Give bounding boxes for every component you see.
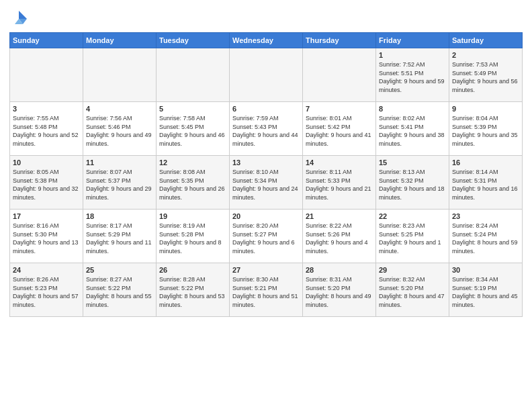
day-number: 24	[13, 266, 80, 274]
logo	[9, 9, 31, 28]
day-number: 30	[452, 266, 519, 274]
day-info: Sunrise: 8:27 AM Sunset: 5:22 PM Dayligh…	[86, 275, 153, 309]
day-number: 8	[379, 105, 446, 113]
day-info: Sunrise: 7:53 AM Sunset: 5:49 PM Dayligh…	[452, 60, 519, 94]
day-info: Sunrise: 7:52 AM Sunset: 5:51 PM Dayligh…	[379, 60, 446, 94]
col-header-saturday: Saturday	[449, 33, 523, 48]
day-info: Sunrise: 8:13 AM Sunset: 5:32 PM Dayligh…	[379, 168, 446, 201]
calendar-cell	[10, 48, 83, 102]
day-info: Sunrise: 8:28 AM Sunset: 5:22 PM Dayligh…	[159, 275, 226, 309]
day-info: Sunrise: 8:14 AM Sunset: 5:31 PM Dayligh…	[452, 168, 519, 201]
calendar-cell: 3Sunrise: 7:55 AM Sunset: 5:48 PM Daylig…	[10, 102, 83, 156]
day-number: 17	[13, 212, 80, 220]
day-info: Sunrise: 7:55 AM Sunset: 5:48 PM Dayligh…	[13, 114, 80, 148]
calendar-cell: 24Sunrise: 8:26 AM Sunset: 5:23 PM Dayli…	[10, 263, 83, 317]
day-info: Sunrise: 8:24 AM Sunset: 5:24 PM Dayligh…	[452, 222, 519, 255]
calendar-cell: 17Sunrise: 8:16 AM Sunset: 5:30 PM Dayli…	[10, 210, 83, 263]
logo-icon	[9, 9, 28, 28]
calendar-cell: 6Sunrise: 7:59 AM Sunset: 5:43 PM Daylig…	[230, 102, 303, 156]
calendar-cell: 21Sunrise: 8:22 AM Sunset: 5:26 PM Dayli…	[303, 210, 376, 263]
calendar-header: SundayMondayTuesdayWednesdayThursdayFrid…	[10, 33, 523, 48]
day-number: 20	[232, 212, 300, 220]
day-number: 22	[379, 212, 446, 220]
day-info: Sunrise: 7:59 AM Sunset: 5:43 PM Dayligh…	[232, 114, 300, 148]
day-info: Sunrise: 8:34 AM Sunset: 5:19 PM Dayligh…	[452, 275, 519, 309]
day-info: Sunrise: 8:07 AM Sunset: 5:37 PM Dayligh…	[86, 168, 153, 201]
day-info: Sunrise: 8:32 AM Sunset: 5:20 PM Dayligh…	[379, 275, 446, 309]
calendar-cell: 12Sunrise: 8:08 AM Sunset: 5:35 PM Dayli…	[157, 156, 230, 210]
col-header-wednesday: Wednesday	[230, 33, 303, 48]
calendar-table: SundayMondayTuesdayWednesdayThursdayFrid…	[9, 32, 523, 317]
calendar-cell: 13Sunrise: 8:10 AM Sunset: 5:34 PM Dayli…	[230, 156, 303, 210]
calendar-cell: 18Sunrise: 8:17 AM Sunset: 5:29 PM Dayli…	[83, 210, 157, 263]
day-number: 4	[86, 105, 153, 113]
day-info: Sunrise: 8:30 AM Sunset: 5:21 PM Dayligh…	[232, 275, 300, 309]
calendar-cell: 22Sunrise: 8:23 AM Sunset: 5:25 PM Dayli…	[376, 210, 449, 263]
calendar-cell: 1Sunrise: 7:52 AM Sunset: 5:51 PM Daylig…	[376, 48, 449, 102]
day-info: Sunrise: 8:17 AM Sunset: 5:29 PM Dayligh…	[86, 222, 153, 255]
day-info: Sunrise: 8:19 AM Sunset: 5:28 PM Dayligh…	[159, 222, 226, 255]
calendar-cell: 11Sunrise: 8:07 AM Sunset: 5:37 PM Dayli…	[83, 156, 157, 210]
day-number: 16	[452, 158, 519, 167]
day-number: 18	[86, 212, 153, 220]
day-info: Sunrise: 7:56 AM Sunset: 5:46 PM Dayligh…	[86, 114, 153, 148]
day-number: 28	[306, 266, 373, 274]
calendar-week-2: 10Sunrise: 8:05 AM Sunset: 5:38 PM Dayli…	[10, 156, 523, 210]
calendar-week-0: 1Sunrise: 7:52 AM Sunset: 5:51 PM Daylig…	[10, 48, 523, 102]
calendar-cell: 27Sunrise: 8:30 AM Sunset: 5:21 PM Dayli…	[230, 263, 303, 317]
calendar-cell	[303, 48, 376, 102]
calendar-cell: 5Sunrise: 7:58 AM Sunset: 5:45 PM Daylig…	[157, 102, 230, 156]
calendar-cell: 15Sunrise: 8:13 AM Sunset: 5:32 PM Dayli…	[376, 156, 449, 210]
calendar-week-1: 3Sunrise: 7:55 AM Sunset: 5:48 PM Daylig…	[10, 102, 523, 156]
day-number: 15	[379, 158, 446, 167]
day-number: 29	[379, 266, 446, 274]
day-number: 14	[306, 158, 373, 167]
calendar-cell: 23Sunrise: 8:24 AM Sunset: 5:24 PM Dayli…	[449, 210, 523, 263]
calendar-cell: 25Sunrise: 8:27 AM Sunset: 5:22 PM Dayli…	[83, 263, 157, 317]
day-number: 6	[232, 105, 300, 113]
calendar-cell: 19Sunrise: 8:19 AM Sunset: 5:28 PM Dayli…	[157, 210, 230, 263]
calendar-cell: 7Sunrise: 8:01 AM Sunset: 5:42 PM Daylig…	[303, 102, 376, 156]
page-container: SundayMondayTuesdayWednesdayThursdayFrid…	[0, 0, 532, 324]
calendar-cell: 10Sunrise: 8:05 AM Sunset: 5:38 PM Dayli…	[10, 156, 83, 210]
calendar-cell: 8Sunrise: 8:02 AM Sunset: 5:41 PM Daylig…	[376, 102, 449, 156]
day-number: 3	[13, 105, 80, 113]
day-number: 13	[232, 158, 300, 167]
day-info: Sunrise: 8:02 AM Sunset: 5:41 PM Dayligh…	[379, 114, 446, 148]
col-header-friday: Friday	[376, 33, 449, 48]
day-number: 2	[452, 51, 519, 59]
day-info: Sunrise: 8:08 AM Sunset: 5:35 PM Dayligh…	[159, 168, 226, 201]
calendar-week-3: 17Sunrise: 8:16 AM Sunset: 5:30 PM Dayli…	[10, 210, 523, 263]
col-header-monday: Monday	[83, 33, 157, 48]
col-header-tuesday: Tuesday	[157, 33, 230, 48]
calendar-cell: 14Sunrise: 8:11 AM Sunset: 5:33 PM Dayli…	[303, 156, 376, 210]
day-info: Sunrise: 8:05 AM Sunset: 5:38 PM Dayligh…	[13, 168, 80, 201]
col-header-sunday: Sunday	[10, 33, 83, 48]
header-row: SundayMondayTuesdayWednesdayThursdayFrid…	[10, 33, 523, 48]
calendar-cell: 26Sunrise: 8:28 AM Sunset: 5:22 PM Dayli…	[157, 263, 230, 317]
day-number: 11	[86, 158, 153, 167]
day-number: 26	[159, 266, 226, 274]
calendar-body: 1Sunrise: 7:52 AM Sunset: 5:51 PM Daylig…	[10, 48, 523, 317]
day-info: Sunrise: 8:04 AM Sunset: 5:39 PM Dayligh…	[452, 114, 519, 148]
day-info: Sunrise: 8:10 AM Sunset: 5:34 PM Dayligh…	[232, 168, 300, 201]
day-number: 1	[379, 51, 446, 59]
day-info: Sunrise: 8:26 AM Sunset: 5:23 PM Dayligh…	[13, 275, 80, 309]
day-info: Sunrise: 8:11 AM Sunset: 5:33 PM Dayligh…	[306, 168, 373, 201]
svg-marker-0	[19, 11, 27, 19]
day-info: Sunrise: 8:23 AM Sunset: 5:25 PM Dayligh…	[379, 222, 446, 255]
calendar-cell	[230, 48, 303, 102]
day-number: 7	[306, 105, 373, 113]
day-number: 27	[232, 266, 300, 274]
calendar-cell: 9Sunrise: 8:04 AM Sunset: 5:39 PM Daylig…	[449, 102, 523, 156]
day-info: Sunrise: 8:22 AM Sunset: 5:26 PM Dayligh…	[306, 222, 373, 255]
day-info: Sunrise: 7:58 AM Sunset: 5:45 PM Dayligh…	[159, 114, 226, 148]
day-number: 9	[452, 105, 519, 113]
day-number: 19	[159, 212, 226, 220]
day-number: 10	[13, 158, 80, 167]
day-info: Sunrise: 8:20 AM Sunset: 5:27 PM Dayligh…	[232, 222, 300, 255]
day-number: 5	[159, 105, 226, 113]
calendar-cell	[157, 48, 230, 102]
calendar-cell: 20Sunrise: 8:20 AM Sunset: 5:27 PM Dayli…	[230, 210, 303, 263]
calendar-cell: 29Sunrise: 8:32 AM Sunset: 5:20 PM Dayli…	[376, 263, 449, 317]
